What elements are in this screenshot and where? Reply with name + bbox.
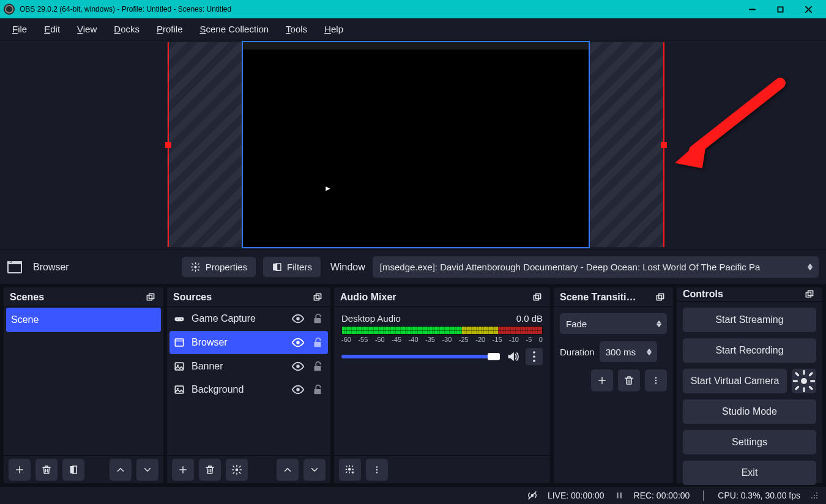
audio-meter xyxy=(341,326,543,335)
menu-tools[interactable]: Tools xyxy=(277,20,316,38)
visibility-toggle[interactable] xyxy=(291,336,305,349)
crop-handle-left[interactable] xyxy=(165,142,171,148)
window-capture-dropdown[interactable]: [msedge.exe]: David Attenborough Documen… xyxy=(373,256,819,278)
svg-point-34 xyxy=(236,468,239,471)
menu-edit[interactable]: Edit xyxy=(35,20,69,38)
svg-rect-28 xyxy=(175,386,183,393)
visibility-toggle[interactable] xyxy=(291,383,305,396)
preview-source-bounding-box[interactable] xyxy=(243,42,589,247)
transitions-popout-button[interactable] xyxy=(653,291,667,304)
minimize-button[interactable] xyxy=(738,0,766,18)
browser-source-icon xyxy=(7,261,22,273)
svg-point-43 xyxy=(376,469,378,470)
svg-rect-23 xyxy=(314,342,321,347)
controls-title: Controls xyxy=(683,289,803,300)
properties-button[interactable]: Properties xyxy=(182,257,256,277)
menu-docks[interactable]: Docks xyxy=(105,20,148,38)
settings-button[interactable]: Settings xyxy=(683,430,816,454)
visibility-toggle[interactable] xyxy=(291,360,305,373)
resize-grip-icon[interactable] xyxy=(810,491,819,500)
transition-select[interactable]: Fade xyxy=(560,313,667,334)
svg-rect-57 xyxy=(617,492,619,498)
source-item-label: Background xyxy=(192,384,285,395)
svg-rect-31 xyxy=(314,389,321,394)
start-streaming-button[interactable]: Start Streaming xyxy=(683,308,816,332)
svg-point-26 xyxy=(296,365,300,368)
source-item-background[interactable]: Background xyxy=(167,378,330,401)
svg-rect-52 xyxy=(806,292,811,297)
pause-icon xyxy=(614,491,624,500)
mixer-advanced-button[interactable] xyxy=(339,459,361,481)
svg-point-18 xyxy=(296,317,300,321)
source-item-game-capture[interactable]: Game Capture xyxy=(167,307,330,330)
lock-toggle[interactable] xyxy=(311,336,324,349)
scene-move-down-button[interactable] xyxy=(136,459,158,481)
filters-icon xyxy=(272,262,282,272)
scene-filters-button[interactable] xyxy=(62,459,84,481)
lock-toggle[interactable] xyxy=(311,383,324,396)
source-item-browser[interactable]: Browser xyxy=(169,331,328,354)
svg-point-4 xyxy=(194,265,196,268)
add-scene-button[interactable] xyxy=(9,459,31,481)
sources-popout-button[interactable] xyxy=(311,291,324,304)
selected-source-label: Browser xyxy=(33,262,69,273)
transition-selected: Fade xyxy=(566,319,587,329)
svg-point-17 xyxy=(181,319,182,320)
captured-window-tabstrip xyxy=(243,42,589,50)
virtual-camera-settings-button[interactable] xyxy=(792,369,816,393)
volume-slider-thumb[interactable] xyxy=(488,353,500,360)
studio-mode-button[interactable]: Studio Mode xyxy=(683,399,816,424)
filters-button[interactable]: Filters xyxy=(263,257,321,277)
source-item-label: Browser xyxy=(192,337,285,348)
menu-profile[interactable]: Profile xyxy=(148,20,192,38)
speaker-icon[interactable] xyxy=(506,350,519,363)
svg-rect-24 xyxy=(175,363,183,370)
start-virtual-camera-button[interactable]: Start Virtual Camera xyxy=(683,369,787,393)
scenes-popout-button[interactable] xyxy=(144,291,157,304)
exit-button[interactable]: Exit xyxy=(683,461,816,485)
transitions-title: Scene Transiti… xyxy=(560,292,653,303)
dropdown-arrows-icon xyxy=(804,256,816,278)
mixer-title: Audio Mixer xyxy=(340,292,530,303)
menu-scene-collection[interactable]: Scene Collection xyxy=(192,20,278,38)
volume-slider[interactable] xyxy=(341,355,500,358)
svg-point-40 xyxy=(348,468,351,471)
svg-rect-5 xyxy=(273,264,277,270)
controls-popout-button[interactable] xyxy=(803,287,816,301)
lock-toggle[interactable] xyxy=(311,312,324,325)
source-move-up-button[interactable] xyxy=(277,459,299,481)
window-capture-value: [msedge.exe]: David Attenborough Documen… xyxy=(380,262,760,272)
source-item-banner[interactable]: Banner xyxy=(167,355,330,378)
source-properties-button[interactable] xyxy=(226,459,248,481)
close-button[interactable] xyxy=(794,0,822,18)
window-title: OBS 29.0.2 (64-bit, windows) - Profile: … xyxy=(20,5,231,13)
mixer-popout-button[interactable] xyxy=(530,291,544,304)
menu-help[interactable]: Help xyxy=(316,20,352,38)
audio-mixer-dock: Audio Mixer Desktop Audio 0.0 dB -60-55-… xyxy=(334,287,550,483)
gear-icon xyxy=(792,369,816,393)
remove-transition-button[interactable] xyxy=(618,369,640,391)
svg-point-44 xyxy=(376,472,378,473)
mixer-menu-button[interactable] xyxy=(366,459,388,481)
transition-menu-button[interactable] xyxy=(645,369,667,391)
menu-view[interactable]: View xyxy=(69,20,105,38)
transition-duration-spinner[interactable]: 300 ms xyxy=(600,341,657,362)
source-move-down-button[interactable] xyxy=(303,459,326,481)
start-recording-button[interactable]: Start Recording xyxy=(683,338,816,363)
visibility-toggle[interactable] xyxy=(291,312,305,325)
add-source-button[interactable] xyxy=(172,459,194,481)
remove-scene-button[interactable] xyxy=(35,459,58,481)
preview-area[interactable]: ► xyxy=(0,40,826,250)
remove-source-button[interactable] xyxy=(199,459,221,481)
scene-move-up-button[interactable] xyxy=(110,459,132,481)
scene-item[interactable]: Scene xyxy=(6,308,161,332)
transitions-dock: Scene Transiti… Fade Duration 300 ms xyxy=(554,287,673,483)
add-transition-button[interactable] xyxy=(591,369,613,391)
mixer-channel-menu-button[interactable] xyxy=(526,348,543,365)
menu-file[interactable]: File xyxy=(4,20,35,38)
svg-rect-46 xyxy=(659,294,664,298)
lock-toggle[interactable] xyxy=(311,360,324,373)
spinner-arrows-icon xyxy=(644,341,655,362)
maximize-button[interactable] xyxy=(766,0,794,18)
crop-handle-right[interactable] xyxy=(661,142,667,148)
